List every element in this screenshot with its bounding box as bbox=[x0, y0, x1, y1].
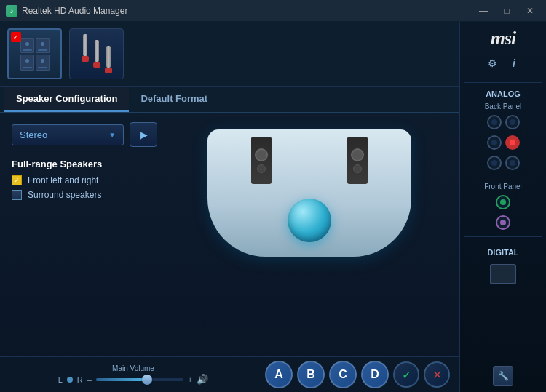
speaker-stage bbox=[207, 129, 411, 257]
front-panel-row-2 bbox=[496, 215, 510, 230]
play-test-button[interactable]: ▶ bbox=[130, 122, 157, 147]
jack-inner-6 bbox=[510, 160, 515, 166]
jack-front-1-green[interactable] bbox=[496, 195, 510, 209]
button-d[interactable]: D bbox=[361, 361, 389, 388]
checkbox-surround-input[interactable] bbox=[12, 190, 22, 200]
check-icon: ✓ bbox=[14, 177, 20, 184]
msi-logo: msi bbox=[491, 28, 516, 49]
button-b[interactable]: B bbox=[297, 361, 325, 388]
cable-icon bbox=[82, 34, 112, 73]
wrench-icon: 🔧 bbox=[498, 371, 509, 381]
checkbox-front-lr-input[interactable]: ✓ bbox=[12, 175, 22, 185]
checkbox-front-lr: ✓ Front left and right bbox=[12, 175, 157, 185]
left-channel-dot bbox=[67, 377, 73, 383]
left-panel: ✓ bbox=[0, 22, 459, 392]
jack-back-2[interactable] bbox=[505, 115, 520, 129]
config-tabs: Speaker Configuration Default Format bbox=[0, 87, 459, 113]
checkbox-surround: Surround speakers bbox=[12, 190, 157, 200]
tab-speakers[interactable]: ✓ bbox=[7, 28, 62, 79]
settings-icon[interactable]: ⚙ bbox=[484, 55, 500, 71]
jack-front-2-purple[interactable] bbox=[496, 215, 510, 230]
speaker-icon bbox=[20, 38, 50, 71]
jack-back-4-red[interactable] bbox=[505, 135, 520, 150]
settings-info-row: ⚙ i bbox=[484, 55, 522, 71]
dropdown-value: Stereo bbox=[20, 129, 47, 140]
tab-default-format[interactable]: Default Format bbox=[129, 87, 219, 112]
active-badge: ✓ bbox=[11, 32, 21, 42]
maximize-button[interactable]: □ bbox=[496, 4, 517, 18]
close-button[interactable]: ✕ bbox=[520, 4, 540, 18]
speaker-driver-right bbox=[351, 148, 364, 161]
left-channel-label: L bbox=[58, 375, 63, 384]
jack-back-6[interactable] bbox=[505, 156, 520, 170]
jack-back-1[interactable] bbox=[487, 115, 502, 129]
dropdown-arrow-icon: ▼ bbox=[108, 131, 116, 139]
back-panel-row-1 bbox=[487, 115, 520, 129]
volume-plus-icon: + bbox=[188, 375, 192, 384]
back-panel-row-2 bbox=[487, 135, 520, 150]
jack-inner-3 bbox=[491, 140, 497, 145]
tab-speaker-configuration[interactable]: Speaker Configuration bbox=[4, 87, 129, 112]
play-icon: ▶ bbox=[140, 129, 148, 140]
analog-label: ANALOG bbox=[460, 88, 546, 100]
checkbox-front-lr-label: Front left and right bbox=[28, 175, 98, 185]
volume-fill bbox=[96, 378, 144, 381]
speaker-driver-left bbox=[255, 148, 268, 161]
front-panel-row-1 bbox=[496, 195, 510, 209]
speaker-tweeter-right bbox=[353, 164, 362, 173]
button-a[interactable]: A bbox=[265, 361, 293, 388]
volume-controls: L R – + 🔊 bbox=[58, 374, 209, 385]
info-icon[interactable]: i bbox=[506, 55, 522, 71]
jack-inner-4 bbox=[510, 140, 515, 145]
volume-section: Main Volume L R – + 🔊 bbox=[9, 364, 258, 385]
digital-label: DIGITAL bbox=[460, 247, 546, 258]
speaker-mode-dropdown[interactable]: Stereo ▼ bbox=[12, 124, 124, 145]
volume-thumb[interactable] bbox=[142, 375, 152, 385]
front-panel-label: Front Panel bbox=[484, 183, 522, 191]
jack-inner-5 bbox=[491, 160, 497, 166]
content-area: Stereo ▼ ▶ Full-range Speakers ✓ bbox=[0, 113, 459, 356]
speaker-volume-icon: 🔊 bbox=[197, 374, 208, 385]
tab-cables[interactable] bbox=[69, 28, 124, 79]
cancel-icon: ✕ bbox=[432, 368, 442, 382]
bottom-buttons: A B C D ✓ ✕ bbox=[265, 361, 450, 388]
volume-minus-icon: – bbox=[87, 375, 92, 384]
wrench-button[interactable]: 🔧 bbox=[493, 366, 513, 386]
volume-slider[interactable] bbox=[96, 378, 183, 381]
speaker-tweeter-left bbox=[257, 164, 266, 173]
digital-port[interactable] bbox=[490, 264, 516, 284]
divider-2 bbox=[464, 177, 542, 177]
divider-3 bbox=[464, 236, 542, 237]
speaker-config-section: Stereo ▼ ▶ Full-range Speakers ✓ bbox=[12, 122, 447, 257]
right-channel-label: R bbox=[77, 375, 83, 384]
right-panel: msi ⚙ i ANALOG Back Panel Front Panel bbox=[459, 22, 546, 392]
back-panel-row-3 bbox=[487, 156, 520, 170]
jack-inner-front-2 bbox=[500, 220, 506, 225]
left-controls: Stereo ▼ ▶ Full-range Speakers ✓ bbox=[12, 122, 157, 257]
bottom-bar: Main Volume L R – + 🔊 A B C bbox=[0, 356, 459, 392]
full-range-title: Full-range Speakers bbox=[12, 159, 157, 169]
minimize-button[interactable]: — bbox=[473, 4, 494, 18]
back-panel-label: Back Panel bbox=[485, 103, 522, 111]
divider-1 bbox=[464, 82, 542, 83]
main-container: ✓ bbox=[0, 22, 546, 392]
right-speaker[interactable] bbox=[347, 137, 368, 184]
full-range-section: Full-range Speakers ✓ Front left and rig… bbox=[12, 159, 157, 200]
checkbox-surround-label: Surround speakers bbox=[28, 190, 101, 200]
dropdown-row: Stereo ▼ ▶ bbox=[12, 122, 157, 147]
app-title: Realtek HD Audio Manager bbox=[22, 6, 127, 16]
jack-inner-1 bbox=[491, 119, 497, 125]
jack-back-3[interactable] bbox=[487, 135, 502, 150]
top-tabs: ✓ bbox=[0, 22, 459, 87]
confirm-icon: ✓ bbox=[402, 368, 411, 382]
title-bar: ♪ Realtek HD Audio Manager — □ ✕ bbox=[0, 0, 546, 22]
cancel-button[interactable]: ✕ bbox=[424, 361, 450, 388]
speaker-visualization bbox=[172, 122, 447, 257]
audio-ball bbox=[288, 199, 331, 242]
jack-back-5[interactable] bbox=[487, 156, 502, 170]
button-c[interactable]: C bbox=[329, 361, 357, 388]
left-speaker[interactable] bbox=[251, 137, 272, 184]
app-icon: ♪ bbox=[6, 5, 17, 17]
confirm-button[interactable]: ✓ bbox=[393, 361, 419, 388]
jack-inner-front-1 bbox=[500, 199, 506, 205]
